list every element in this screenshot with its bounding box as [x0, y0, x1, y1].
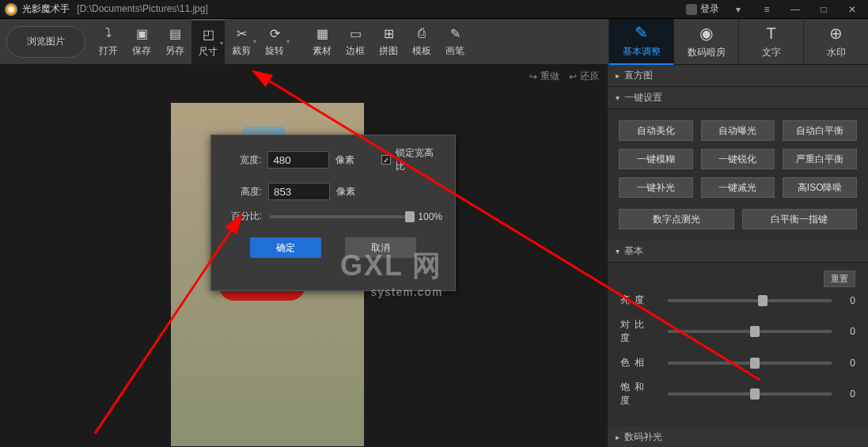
text-icon: T [766, 25, 775, 43]
minimize-icon[interactable]: — [784, 3, 806, 16]
saveas-icon: ▤ [167, 25, 183, 41]
check-icon: ✓ [381, 155, 391, 165]
redo-button[interactable]: ↪重做 [529, 70, 559, 83]
browse-button[interactable]: 浏览图片 [6, 26, 85, 58]
rotate-icon: ⟳ [267, 25, 282, 41]
height-input[interactable] [268, 183, 330, 200]
window-title: 光影魔术手 [D:\Documents\Pictures\11.jpg] [22, 2, 686, 16]
section-histogram[interactable]: ▸直方图 [608, 65, 868, 87]
tool-size[interactable]: ◰尺寸▾ [191, 19, 225, 65]
template-icon: ⎙ [414, 25, 430, 41]
quick-auto-wb[interactable]: 自动白平衡 [783, 120, 857, 141]
quick-heavy-wb[interactable]: 严重白平衡 [783, 149, 857, 169]
save-icon: ▣ [134, 25, 150, 41]
skin-icon[interactable]: ▾ [727, 3, 749, 16]
lock-ratio-checkbox[interactable]: ✓ 锁定宽高比 [381, 146, 442, 173]
tool-collage[interactable]: ⊞拼图 [372, 19, 405, 65]
chevron-down-icon: ▾ [286, 38, 290, 45]
tool-brush[interactable]: ✎画笔 [438, 19, 472, 65]
height-label: 高度: [224, 185, 262, 199]
slider-thumb-icon [750, 388, 760, 400]
unit-label: 像素 [335, 153, 367, 167]
user-face-icon [686, 4, 697, 15]
collage-icon: ⊞ [381, 25, 396, 41]
app-logo-icon [5, 3, 17, 16]
contrast-slider[interactable] [668, 330, 832, 333]
quick-fill-light[interactable]: 一键补光 [619, 177, 693, 198]
slider-thumb-icon [750, 358, 760, 369]
caret-down-icon: ▾ [616, 93, 620, 102]
percent-value: 100% [418, 211, 442, 222]
rtab-basic[interactable]: ✎基本调整 [608, 19, 673, 65]
material-icon: ▦ [314, 25, 330, 41]
saturation-slider[interactable] [668, 392, 832, 396]
restore-button[interactable]: ↩还原 [569, 70, 599, 83]
tool-open[interactable]: ⤵打开 [92, 19, 125, 65]
titlebar: 光影魔术手 [D:\Documents\Pictures\11.jpg] 登录 … [0, 0, 868, 19]
canvas-area: ↪重做 ↩还原 宽度: 像素 ✓ 锁定宽高比 高度: 像素 百分比: [0, 65, 607, 447]
brush-icon: ✎ [447, 25, 463, 41]
quick-blur[interactable]: 一键模糊 [619, 149, 693, 169]
crop-icon: ✂ [233, 25, 249, 41]
watermark-overlay: GXL 网system.com [340, 247, 442, 298]
quick-auto-beautify[interactable]: 自动美化 [619, 120, 693, 141]
frame-icon: ▭ [347, 25, 363, 41]
brightness-slider[interactable] [668, 299, 832, 302]
quick-buttons-grid: 自动美化 自动曝光 自动白平衡 一键模糊 一键锐化 严重白平衡 一键补光 一键减… [608, 109, 868, 209]
restore-icon: ↩ [569, 71, 577, 82]
hue-slider[interactable] [668, 362, 832, 365]
section-digital-fill[interactable]: ▸数码补光 [608, 426, 868, 447]
section-quickset[interactable]: ▾一键设置 [608, 87, 868, 109]
quick-sharpen[interactable]: 一键锐化 [701, 149, 775, 169]
edit-icon: ✎ [635, 23, 648, 42]
tool-material[interactable]: ▦素材 [305, 19, 339, 65]
slider-thumb-icon [750, 326, 760, 337]
camera-icon: ◉ [699, 24, 713, 43]
saturation-label: 饱和度 [620, 381, 660, 407]
slider-thumb-icon [405, 211, 415, 222]
slider-thumb-icon [758, 295, 768, 306]
tool-template[interactable]: ⎙模板 [405, 19, 438, 65]
brightness-label: 亮度 [620, 294, 660, 307]
tool-save[interactable]: ▣保存 [125, 19, 158, 65]
size-icon: ◰ [200, 26, 216, 42]
quick-wb-onetouch[interactable]: 白平衡一指键 [742, 209, 858, 229]
settings-icon[interactable]: ≡ [756, 3, 778, 16]
tool-rotate[interactable]: ⟳旋转▾ [258, 19, 291, 65]
tool-frame[interactable]: ▭边框 [339, 19, 372, 65]
chevron-down-icon: ▾ [253, 38, 256, 45]
quick-reduce-light[interactable]: 一键减光 [701, 177, 775, 198]
quick-iso-noise[interactable]: 高ISO降噪 [783, 177, 857, 198]
tool-saveas[interactable]: ▤另存 [158, 19, 191, 65]
rtab-text[interactable]: T文字 [738, 19, 803, 65]
open-icon: ⤵ [100, 25, 116, 41]
quick-auto-exposure[interactable]: 自动曝光 [701, 120, 775, 141]
hue-label: 色相 [620, 356, 660, 369]
close-icon[interactable]: ✕ [841, 3, 863, 16]
reset-button[interactable]: 重置 [824, 271, 855, 287]
quick-spot-meter[interactable]: 数字点测光 [619, 209, 734, 229]
percent-label: 百分比: [224, 210, 262, 223]
login-button[interactable]: 登录 [686, 2, 719, 16]
section-basic[interactable]: ▾基本 [608, 241, 868, 263]
caret-down-icon: ▾ [616, 247, 620, 256]
chevron-down-icon: ▾ [220, 40, 223, 47]
maximize-icon[interactable]: □ [813, 3, 835, 16]
width-label: 宽度: [224, 153, 261, 167]
main-toolbar: 浏览图片 ⤵打开 ▣保存 ▤另存 ◰尺寸▾ ✂裁剪▾ ⟳旋转▾ ▦素材 ▭边框 … [0, 19, 868, 65]
side-panel: ▸直方图 ▾一键设置 自动美化 自动曝光 自动白平衡 一键模糊 一键锐化 严重白… [607, 65, 868, 447]
redo-icon: ↪ [529, 71, 537, 82]
rtab-watermark[interactable]: ⊕水印 [803, 19, 868, 65]
contrast-label: 对比度 [620, 318, 660, 345]
width-input[interactable] [267, 151, 329, 169]
unit-label: 像素 [336, 185, 368, 199]
ok-button[interactable]: 确定 [250, 237, 321, 258]
watermark-icon: ⊕ [829, 24, 843, 43]
percent-slider[interactable] [270, 215, 410, 218]
caret-right-icon: ▸ [616, 433, 620, 441]
rtab-darkroom[interactable]: ◉数码暗房 [673, 19, 738, 65]
caret-right-icon: ▸ [616, 71, 620, 80]
tool-crop[interactable]: ✂裁剪▾ [225, 19, 258, 65]
